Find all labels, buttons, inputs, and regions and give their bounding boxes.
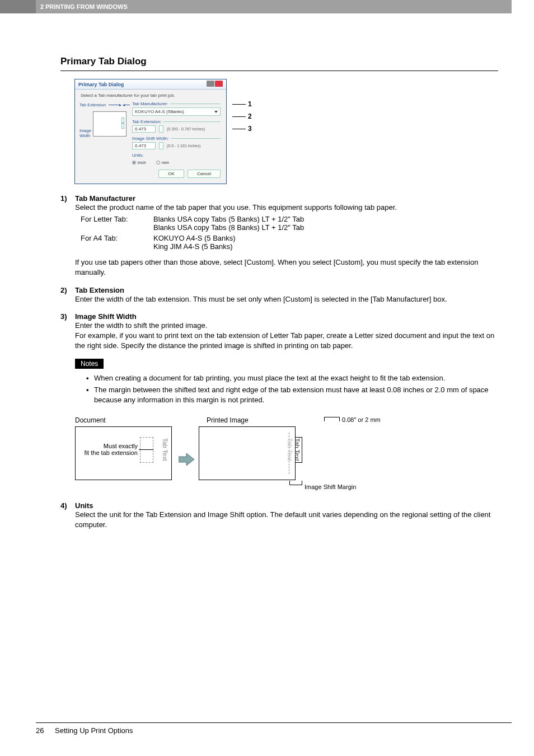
item-3-desc1: Enter the width to shift the printed ima…: [75, 321, 498, 331]
units-grouplabel: Units:: [132, 153, 143, 158]
dialog-instruction: Select a Tab manufacturer for your tab p…: [81, 93, 221, 98]
svg-marker-0: [179, 453, 194, 466]
chevron-down-icon: [214, 111, 218, 113]
notes-label: Notes: [75, 359, 104, 369]
tab-extension-spinner[interactable]: [159, 125, 163, 133]
dialog-title: Primary Tab Dialog: [78, 82, 124, 87]
cancel-button[interactable]: Cancel: [188, 170, 221, 178]
tab-extension-label: Tab Extension: [79, 102, 106, 107]
letter-tab-value-1: Blanks USA copy Tabs (5 Banks) LT + 1/2"…: [153, 215, 498, 223]
tab-extension-hint: (0.393 - 0.787 inches): [167, 127, 205, 131]
a4-tab-value-2: King JIM A4-S (5 Banks): [153, 242, 498, 251]
footer-title: Setting Up Print Options: [55, 726, 133, 735]
must-fit-line1: Must exactly: [85, 443, 138, 449]
primary-tab-dialog: Primary Tab Dialog Select a Tab manufact…: [74, 79, 227, 184]
units-inch-radio[interactable]: [132, 161, 136, 165]
letter-tab-label: For Letter Tab:: [81, 215, 153, 232]
diagram: Document Printed Image 0.08" or 2 mm Mus…: [75, 416, 498, 490]
item-4-num: 4): [60, 501, 75, 530]
a4-tab-label: For A4 Tab:: [81, 234, 153, 251]
document-rect: Must exactly fit the tab extension Tab T…: [75, 426, 172, 480]
item-2-title: Tab Extension: [75, 286, 498, 294]
units-mm-label: mm: [162, 160, 169, 165]
printed-tab-text: Tab Text: [294, 438, 301, 461]
image-shift-spinner[interactable]: [159, 142, 163, 149]
note-2: The margin between the shifted text and …: [86, 385, 498, 405]
units-mm-radio[interactable]: [156, 161, 160, 165]
printed-image-rect: Tab Text Tab Text: [199, 426, 296, 480]
note-1: When creating a document for tab printin…: [86, 373, 498, 383]
image-shift-margin-label: Image Shift Margin: [305, 483, 498, 490]
item-2-num: 2): [60, 286, 75, 304]
diagram-dimension: 0.08" or 2 mm: [324, 416, 498, 424]
image-shift-hint: (0.0 - 1.181 inches): [167, 144, 200, 148]
ok-button[interactable]: OK: [158, 170, 184, 178]
header-bar: 2 PRINTING FROM WINDOWS: [36, 0, 512, 13]
callout-2: 2: [248, 112, 252, 120]
close-icon[interactable]: [206, 81, 223, 88]
tab-extension-grouplabel: Tab Extension:: [132, 119, 161, 124]
tab-extension-input[interactable]: 0.473: [132, 125, 156, 133]
item-1-title: Tab Manufacturer: [75, 194, 498, 203]
image-shift-input[interactable]: 0.473: [132, 142, 156, 149]
item-1-desc: Select the product name of the tab paper…: [75, 203, 498, 213]
item-4-desc: Select the unit for the Tab Extension an…: [75, 510, 498, 530]
item-4-title: Units: [75, 501, 498, 510]
image-shift-grouplabel: Image Shift Width:: [132, 136, 168, 141]
diagram-printed-label: Printed Image: [207, 416, 324, 424]
tab-manufacturer-value: KOKUYO A4-S (5Banks): [135, 109, 184, 114]
dialog-preview-pane: Tab Extension Image Shift Width: [81, 101, 127, 165]
page-number: 26: [36, 726, 44, 735]
item-1-after-text: If you use tab papers other than those a…: [75, 257, 498, 278]
callout-3: 3: [248, 125, 252, 133]
tab-manufacturer-grouplabel: Tab Manufacturer:: [132, 101, 168, 106]
diagram-document-label: Document: [75, 416, 207, 424]
tab-manufacturer-select[interactable]: KOKUYO A4-S (5Banks): [132, 107, 221, 116]
callout-1: 1: [248, 100, 252, 108]
letter-tab-value-2: Blanks USA copy Tabs (8 Banks) LT + 1/2"…: [153, 223, 498, 232]
left-margin-strip: [0, 0, 36, 13]
printed-tab-text-shadow: Tab Text: [287, 438, 293, 461]
breadcrumb: 2 PRINTING FROM WINDOWS: [40, 3, 128, 10]
document-tab-text: Tab Text: [162, 438, 168, 461]
units-inch-label: inch: [138, 160, 146, 165]
dialog-titlebar: Primary Tab Dialog: [75, 79, 226, 90]
item-2-desc: Enter the width of the tab extension. Th…: [75, 294, 498, 304]
a4-tab-value-1: KOKUYO A4-S (5 Banks): [153, 234, 498, 242]
item-3-desc2: For example, if you want to print text o…: [75, 331, 498, 351]
must-fit-line2: fit the tab extension: [85, 449, 138, 456]
item-1-num: 1): [60, 194, 75, 253]
section-title: Primary Tab Dialog: [60, 56, 498, 71]
item-3-num: 3): [60, 312, 75, 351]
footer: 26 Setting Up Print Options: [36, 722, 512, 735]
item-3-title: Image Shift Width: [75, 312, 498, 321]
